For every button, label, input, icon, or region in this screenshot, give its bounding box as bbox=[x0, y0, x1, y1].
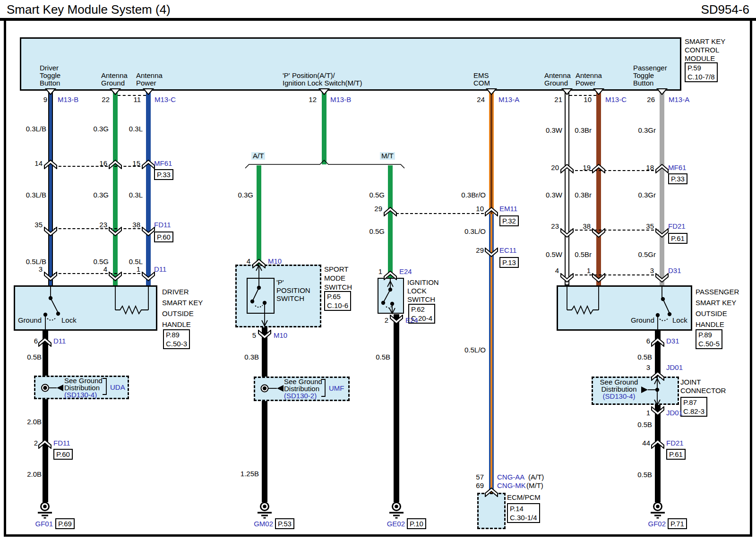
connector-name: D11 bbox=[53, 337, 66, 345]
pin-number: 3 bbox=[634, 364, 650, 371]
switch-label-ground: Ground bbox=[9, 317, 42, 324]
pin-notch-icon bbox=[45, 88, 56, 95]
connector-chevron-down-icon bbox=[655, 273, 669, 283]
cng-suffix: (A/T) bbox=[528, 473, 544, 481]
ground-dist-ref: (SD130-2) bbox=[284, 392, 317, 400]
pin-number: 2 bbox=[372, 317, 388, 324]
connector-chevron-down-icon bbox=[651, 406, 665, 417]
page-ref: P.61 bbox=[668, 233, 687, 244]
pin-notch-icon bbox=[318, 88, 330, 95]
page-ref: P.60 bbox=[53, 449, 73, 460]
pin-number: 1 bbox=[124, 266, 140, 273]
pin-number: 35 bbox=[26, 221, 43, 229]
page-ref: P.65 C.10-6 bbox=[324, 291, 351, 311]
connector-name: E24 bbox=[405, 317, 418, 324]
wiring-diagram-page: Smart Key Module System (4) SD954-6 Driv… bbox=[0, 0, 756, 540]
connector-chevron-down-icon bbox=[592, 228, 606, 239]
p-position-switch-label: 'P' POSITION SWITCH bbox=[276, 278, 310, 302]
pin-number: 18 bbox=[638, 164, 654, 171]
page-ref: P.60 bbox=[154, 231, 173, 242]
wire-gauge: 0.3L/O bbox=[453, 228, 486, 235]
connector-chevron-up-icon bbox=[108, 159, 122, 169]
page-ref: P.53 bbox=[275, 518, 294, 529]
ground-icon bbox=[255, 501, 274, 520]
pin-number: 3 bbox=[638, 267, 654, 274]
pin-number: 12 bbox=[301, 96, 317, 103]
wire-gauge: 0.3Br bbox=[558, 127, 592, 134]
passenger-handle-label: PASSENGER SMART KEY OUTSIDE HANDLE bbox=[696, 286, 739, 330]
pin-number: 11 bbox=[125, 96, 141, 103]
connector-chevron-down-icon bbox=[484, 248, 498, 258]
pin-number: 21 bbox=[546, 96, 562, 103]
pin-number: 6 bbox=[22, 337, 38, 345]
pin-number: 1 bbox=[634, 409, 650, 417]
pin-number: 69 bbox=[468, 482, 484, 489]
pin-number: 38 bbox=[124, 221, 140, 229]
connector-chevron-down-icon bbox=[108, 227, 122, 237]
ignition-lock-switch-label: IGNITION LOCK SWITCH bbox=[407, 278, 439, 304]
pin-number: 26 bbox=[639, 96, 655, 103]
sport-mode-switch-label: SPORT MODE SWITCH bbox=[324, 265, 352, 291]
wire-gauge: 0.5Br bbox=[558, 251, 592, 258]
joint-connector-label: JOINT CONNECTOR bbox=[680, 378, 726, 395]
connector-chevron-down-icon bbox=[108, 272, 122, 282]
ground-icon bbox=[387, 501, 406, 520]
connector-chevron-up-icon bbox=[38, 438, 52, 449]
wire-gauge: 0.5B bbox=[9, 353, 42, 361]
ground-icon bbox=[648, 501, 667, 520]
pin-number: 6 bbox=[634, 337, 650, 345]
connector-name: JD01 bbox=[666, 409, 683, 417]
pin-number: 29 bbox=[366, 205, 382, 213]
pin-number: 22 bbox=[94, 96, 110, 103]
switch-label-lock: Lock bbox=[672, 317, 687, 324]
connector-name: M13-A bbox=[669, 96, 689, 103]
connector-chevron-down-icon bbox=[43, 227, 58, 237]
connector-name: E24 bbox=[399, 268, 412, 275]
connector-chevron-up-icon bbox=[383, 270, 397, 280]
wire-gauge: 0.3G bbox=[76, 125, 109, 133]
wire-gauge: 0.5G bbox=[76, 258, 109, 266]
switch-label-lock: Lock bbox=[61, 317, 77, 324]
wire-gauge: 0.5Gr bbox=[623, 251, 656, 258]
ground-dist-ref: (SD130-4) bbox=[64, 391, 97, 399]
wire-gauge: 0.3L/B bbox=[13, 125, 46, 133]
connector-chevron-down-icon bbox=[141, 227, 155, 237]
connector-name: EC11 bbox=[499, 247, 516, 254]
wire-gauge: 0.3L/B bbox=[13, 191, 46, 199]
cng-suffix: (M/T) bbox=[526, 482, 543, 489]
connector-name: M13-B bbox=[58, 96, 78, 103]
switch-label-ground: Ground bbox=[621, 317, 654, 324]
connector-chevron-up-icon bbox=[38, 336, 52, 347]
connector-name: D31 bbox=[666, 337, 679, 345]
connector-name: JD01 bbox=[666, 364, 683, 371]
pin-number: 1 bbox=[366, 268, 382, 275]
ground-name: GF02 bbox=[628, 520, 666, 528]
connector-chevron-up-icon bbox=[43, 159, 58, 169]
page-ref: P.13 bbox=[499, 257, 519, 268]
connector-name: M13-C bbox=[155, 96, 176, 103]
page-ref: P.69 bbox=[55, 518, 75, 529]
pin-number: 24 bbox=[469, 96, 485, 103]
wire-gauge: 0.3Br bbox=[558, 191, 592, 199]
pin-number: 19 bbox=[575, 164, 591, 171]
at-tag: A/T bbox=[251, 152, 265, 160]
connector-chevron-up-icon bbox=[484, 487, 498, 497]
wire-gauge: 0.5B bbox=[619, 471, 652, 479]
connector-chevron-up-icon bbox=[141, 159, 155, 169]
ground-dist-tag: UMF bbox=[329, 385, 344, 392]
wire-gauge: 0.5B bbox=[619, 421, 652, 429]
pin-number: 35 bbox=[638, 223, 654, 230]
page-ref: P.33 bbox=[154, 169, 173, 180]
wire-gauge: 0.3Gr bbox=[623, 127, 656, 134]
wire-gauge: 0.3B bbox=[226, 353, 259, 361]
page-ref: P.10 bbox=[407, 518, 426, 529]
wire-gauge: 0.3W bbox=[529, 127, 562, 134]
connector-chevron-up-icon bbox=[560, 163, 574, 173]
wire-gauge: 1.25B bbox=[226, 470, 259, 478]
pin-number: 23 bbox=[91, 221, 107, 229]
connector-chevron-up-icon bbox=[592, 163, 606, 173]
connector-chevron-up-icon bbox=[383, 206, 397, 216]
pin-number: 15 bbox=[124, 160, 140, 167]
wire-gauge: 2.0B bbox=[9, 471, 42, 478]
connector-name: EM11 bbox=[499, 205, 517, 213]
